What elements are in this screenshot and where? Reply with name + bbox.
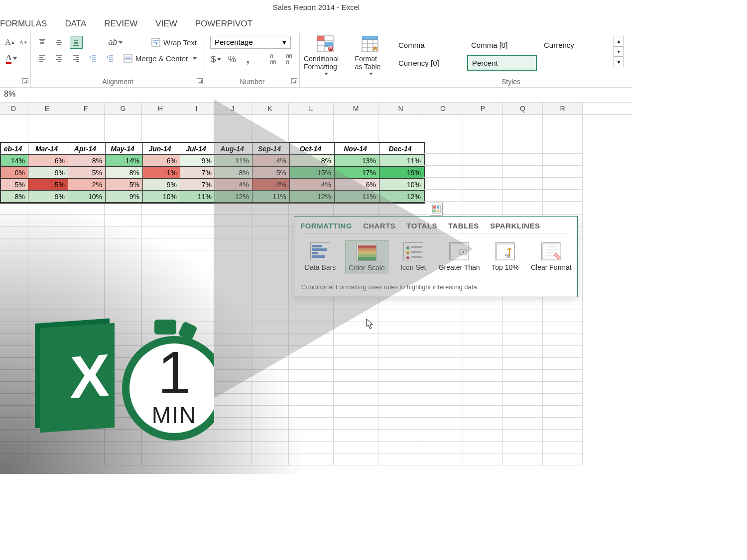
decrease-decimal-icon[interactable]: .00.0	[282, 53, 294, 66]
data-cell[interactable]: 12%	[290, 191, 335, 203]
scroll-down-icon[interactable]: ▾	[614, 46, 623, 57]
data-cell[interactable]: 7%	[180, 167, 215, 179]
align-middle-icon[interactable]	[53, 36, 66, 49]
data-cell[interactable]: 5%	[106, 179, 143, 191]
col-header[interactable]: K	[251, 103, 289, 114]
style-currency[interactable]: Currency	[540, 37, 610, 53]
data-cell[interactable]: 11%	[215, 155, 252, 167]
data-cell[interactable]: 14%	[106, 155, 143, 167]
data-cell[interactable]: 5%	[68, 167, 106, 179]
data-cell[interactable]: 10%	[68, 191, 106, 203]
data-cell[interactable]: 9%	[106, 191, 143, 203]
col-header[interactable]: G	[105, 103, 142, 114]
qa-tab-charts[interactable]: CHARTS	[363, 222, 396, 230]
styles-scroll[interactable]: ▴ ▾ ▾	[614, 36, 623, 67]
data-cell[interactable]: 4%	[252, 155, 290, 167]
align-left-icon[interactable]	[36, 52, 49, 65]
data-cell[interactable]: 9%	[28, 167, 68, 179]
tab-data[interactable]: DATA	[65, 19, 86, 29]
format-as-table-button[interactable]: Format as Table	[351, 33, 389, 78]
font-dialog-icon[interactable]	[22, 78, 28, 84]
data-cell[interactable]: 8%	[290, 155, 335, 167]
merge-center-button[interactable]: Merge & Center	[121, 53, 200, 64]
data-cell[interactable]: 5%	[1, 179, 28, 191]
data-cell[interactable]: 8%	[106, 167, 143, 179]
data-cell[interactable]: 11%	[335, 191, 379, 203]
qa-databars[interactable]: Data Bars	[299, 240, 341, 274]
alignment-dialog-icon[interactable]	[197, 78, 203, 84]
data-cell[interactable]: 5%	[252, 167, 290, 179]
data-cell[interactable]: 11%	[180, 191, 215, 203]
number-format-select[interactable]: Percentage ▾	[210, 36, 291, 49]
quick-analysis-button[interactable]	[430, 203, 443, 216]
data-cell[interactable]: -1%	[143, 167, 180, 179]
data-cell[interactable]: 12%	[215, 191, 252, 203]
data-cell[interactable]: 10%	[379, 179, 424, 191]
data-cell[interactable]: 6%	[335, 179, 379, 191]
percent-format-icon[interactable]: %	[226, 53, 238, 66]
increase-indent-icon[interactable]	[104, 52, 117, 65]
style-percent[interactable]: Percent	[467, 55, 537, 71]
data-cell[interactable]: 9%	[28, 191, 68, 203]
cell-styles-gallery[interactable]: Comma Comma [0] Currency Currency [0] Pe…	[394, 36, 610, 71]
number-dialog-icon[interactable]	[291, 78, 297, 84]
data-cell[interactable]: 9%	[180, 155, 215, 167]
qa-tab-sparklines[interactable]: SPARKLINES	[490, 222, 540, 230]
data-cell[interactable]: 0%	[1, 167, 28, 179]
qa-tab-tables[interactable]: TABLES	[448, 222, 479, 230]
data-cell[interactable]: 8%	[1, 191, 28, 203]
qa-iconset[interactable]: Icon Set	[392, 240, 434, 274]
align-top-icon[interactable]	[36, 36, 49, 49]
tab-formulas[interactable]: FORMULAS	[0, 19, 47, 29]
data-cell[interactable]: -5%	[28, 179, 68, 191]
align-bottom-icon[interactable]	[70, 36, 83, 49]
col-header[interactable]: P	[463, 103, 503, 114]
col-header[interactable]: Q	[503, 103, 543, 114]
data-cell[interactable]: 2%	[68, 179, 106, 191]
style-comma0[interactable]: Comma [0]	[467, 37, 537, 53]
data-cell[interactable]: 6%	[28, 155, 68, 167]
conditional-formatting-button[interactable]: Conditional Formatting	[300, 33, 351, 78]
align-center-icon[interactable]	[53, 52, 66, 65]
data-cell[interactable]: -2%	[252, 179, 290, 191]
qa-greaterthan[interactable]: >Greater Than	[438, 240, 480, 274]
scroll-more-icon[interactable]: ▾	[614, 57, 623, 67]
col-header[interactable]: N	[378, 103, 423, 114]
data-cell[interactable]: 7%	[180, 179, 215, 191]
increase-decimal-icon[interactable]: .0.00	[266, 53, 278, 66]
orientation-icon[interactable]: ab	[109, 36, 122, 49]
data-cell[interactable]: 11%	[379, 155, 424, 167]
tab-review[interactable]: REVIEW	[104, 19, 137, 29]
style-currency0[interactable]: Currency [0]	[394, 55, 464, 71]
col-header[interactable]: M	[334, 103, 378, 114]
col-header[interactable]: F	[67, 103, 105, 114]
col-header[interactable]: I	[179, 103, 214, 114]
data-cell[interactable]: 13%	[335, 155, 379, 167]
data-cell[interactable]: 4%	[290, 179, 335, 191]
align-right-icon[interactable]	[70, 52, 83, 65]
qa-clearformat[interactable]: Clear Format	[530, 240, 572, 274]
data-cell[interactable]: 8%	[68, 155, 106, 167]
data-cell[interactable]: 12%	[379, 191, 424, 203]
decrease-indent-icon[interactable]	[87, 52, 100, 65]
qa-tab-formatting[interactable]: FORMATTING	[300, 222, 352, 230]
wrap-text-button[interactable]: Wrap Text	[148, 37, 200, 48]
style-comma[interactable]: Comma	[394, 37, 464, 53]
data-cell[interactable]: 17%	[335, 167, 379, 179]
data-cell[interactable]: 14%	[1, 155, 28, 167]
accounting-format-icon[interactable]: $	[210, 53, 222, 66]
data-cell[interactable]: 9%	[143, 179, 180, 191]
font-color-icon[interactable]: A	[5, 52, 18, 65]
comma-format-icon[interactable]: ,	[242, 53, 254, 66]
data-cell[interactable]: 19%	[379, 167, 424, 179]
qa-colorscale[interactable]: Color Scale	[345, 240, 388, 274]
data-cell[interactable]: 6%	[143, 155, 180, 167]
data-cell[interactable]: 15%	[290, 167, 335, 179]
qa-tab-totals[interactable]: TOTALS	[406, 222, 437, 230]
col-header[interactable]: H	[142, 103, 179, 114]
col-header[interactable]: L	[289, 103, 334, 114]
shrink-font-icon[interactable]: A▼	[19, 36, 27, 49]
qa-top10[interactable]: %Top 10%	[484, 240, 526, 274]
grow-font-icon[interactable]: A▲	[5, 36, 15, 49]
tab-powerpivot[interactable]: POWERPIVOT	[195, 19, 252, 29]
